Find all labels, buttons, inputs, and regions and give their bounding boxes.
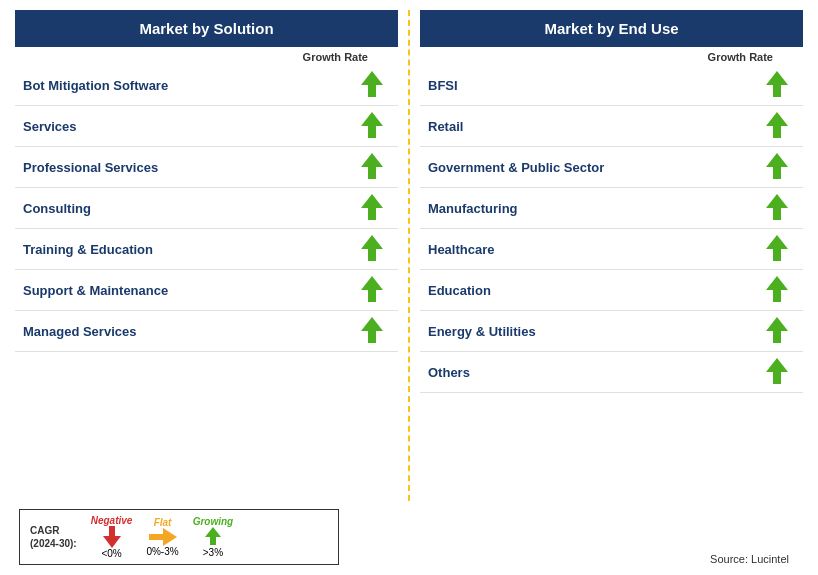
arrow-container [354, 235, 390, 263]
yellow-right-arrow-icon [149, 528, 177, 546]
legend-title: CAGR (2024-30): [30, 524, 77, 550]
bottom-row: CAGR (2024-30): Negative <0% Flat 0%-3% … [15, 501, 803, 565]
right-growth-rate-label: Growth Rate [420, 51, 803, 63]
green-up-arrow-icon [361, 153, 383, 181]
item-label: Education [428, 283, 491, 298]
table-row: Consulting [15, 188, 398, 229]
table-row: Retail [420, 106, 803, 147]
arrow-container [354, 71, 390, 99]
panel-divider [408, 10, 410, 501]
table-row: Others [420, 352, 803, 393]
left-panel: Market by Solution Growth Rate Bot Mitig… [15, 10, 398, 501]
right-panel-header: Market by End Use [420, 10, 803, 47]
item-label: Healthcare [428, 242, 494, 257]
green-up-arrow-icon [766, 194, 788, 222]
table-row: Government & Public Sector [420, 147, 803, 188]
table-row: BFSI [420, 65, 803, 106]
legend-flat-range: 0%-3% [146, 546, 178, 557]
item-label: Consulting [23, 201, 91, 216]
green-up-arrow-icon [766, 71, 788, 99]
table-row: Services [15, 106, 398, 147]
arrow-container [354, 317, 390, 345]
item-label: Bot Mitigation Software [23, 78, 168, 93]
arrow-container [759, 276, 795, 304]
left-items-list: Bot Mitigation Software Services Profess… [15, 65, 398, 352]
right-items-list: BFSI Retail Government & Public Sector M… [420, 65, 803, 393]
table-row: Education [420, 270, 803, 311]
item-label: Training & Education [23, 242, 153, 257]
arrow-container [354, 276, 390, 304]
item-label: Support & Maintenance [23, 283, 168, 298]
green-up-arrow-icon [361, 71, 383, 99]
arrow-container [759, 317, 795, 345]
item-label: BFSI [428, 78, 458, 93]
green-up-arrow-icon [361, 276, 383, 304]
green-up-arrow-icon [361, 317, 383, 345]
arrow-container [354, 112, 390, 140]
legend-growing-label: Growing [193, 516, 234, 527]
arrow-container [759, 194, 795, 222]
legend-negative-label: Negative [91, 515, 133, 526]
green-up-arrow-icon [361, 112, 383, 140]
green-up-arrow-icon [766, 235, 788, 263]
item-label: Services [23, 119, 77, 134]
item-label: Others [428, 365, 470, 380]
green-up-arrow-icon [766, 317, 788, 345]
table-row: Professional Services [15, 147, 398, 188]
table-row: Managed Services [15, 311, 398, 352]
green-up-arrow-icon [766, 153, 788, 181]
legend-growing: Growing >3% [193, 516, 234, 558]
green-up-arrow-icon [361, 194, 383, 222]
left-panel-header: Market by Solution [15, 10, 398, 47]
item-label: Professional Services [23, 160, 158, 175]
green-up-arrow-sm-icon [205, 527, 221, 547]
legend-negative: Negative <0% [91, 515, 133, 559]
legend-negative-range: <0% [101, 548, 121, 559]
right-panel: Market by End Use Growth Rate BFSI Retai… [420, 10, 803, 501]
item-label: Government & Public Sector [428, 160, 604, 175]
main-container: Market by Solution Growth Rate Bot Mitig… [0, 0, 818, 575]
green-up-arrow-icon [766, 358, 788, 386]
legend-growing-range: >3% [203, 547, 223, 558]
green-up-arrow-icon [766, 276, 788, 304]
arrow-container [759, 358, 795, 386]
table-row: Energy & Utilities [420, 311, 803, 352]
red-down-arrow-icon [103, 526, 121, 548]
item-label: Manufacturing [428, 201, 518, 216]
table-row: Bot Mitigation Software [15, 65, 398, 106]
panels: Market by Solution Growth Rate Bot Mitig… [15, 10, 803, 501]
legend: CAGR (2024-30): Negative <0% Flat 0%-3% … [19, 509, 339, 565]
arrow-container [759, 235, 795, 263]
arrow-container [354, 153, 390, 181]
table-row: Healthcare [420, 229, 803, 270]
table-row: Manufacturing [420, 188, 803, 229]
left-growth-rate-label: Growth Rate [15, 51, 398, 63]
item-label: Retail [428, 119, 463, 134]
green-up-arrow-icon [361, 235, 383, 263]
legend-flat-label: Flat [154, 517, 172, 528]
green-up-arrow-icon [766, 112, 788, 140]
arrow-container [759, 71, 795, 99]
arrow-container [354, 194, 390, 222]
table-row: Training & Education [15, 229, 398, 270]
arrow-container [759, 153, 795, 181]
item-label: Energy & Utilities [428, 324, 536, 339]
source-label: Source: Lucintel [710, 553, 799, 565]
arrow-container [759, 112, 795, 140]
item-label: Managed Services [23, 324, 136, 339]
table-row: Support & Maintenance [15, 270, 398, 311]
legend-flat: Flat 0%-3% [146, 517, 178, 557]
